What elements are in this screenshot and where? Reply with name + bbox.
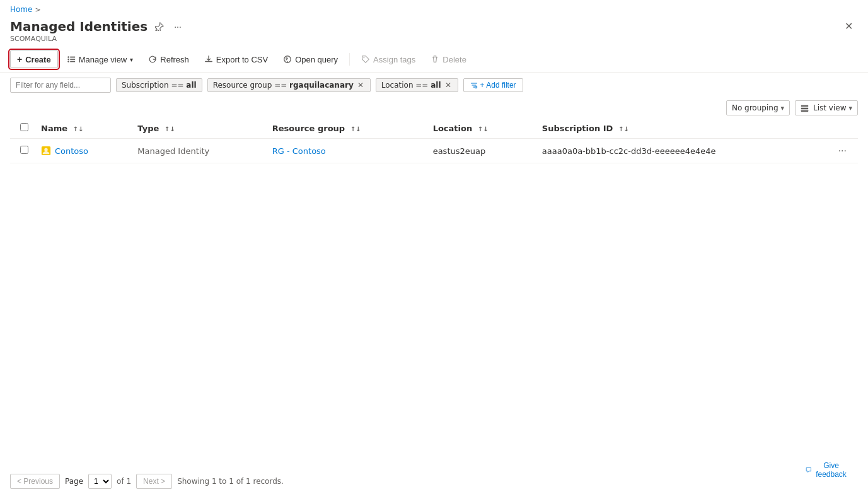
toolbar: + Create Manage view ▾ Refresh Export to… xyxy=(0,47,868,73)
delete-label: Delete xyxy=(443,55,466,64)
give-feedback-button[interactable]: Give feedback xyxy=(806,461,848,479)
manage-view-label: Manage view xyxy=(79,55,127,64)
table-header-row: Name ↑↓ Type ↑↓ Resource group ↑↓ Locati… xyxy=(10,118,858,139)
next-page-button[interactable]: Next > xyxy=(136,474,172,489)
svg-point-13 xyxy=(44,148,47,151)
page-title: Managed Identities xyxy=(10,19,148,34)
svg-rect-10 xyxy=(801,107,808,109)
export-csv-button[interactable]: Export to CSV xyxy=(198,52,274,68)
feedback-label: Give feedback xyxy=(814,461,848,479)
close-button[interactable]: ✕ xyxy=(840,18,858,35)
select-all-checkbox[interactable] xyxy=(20,123,28,131)
row-checkbox[interactable] xyxy=(20,146,28,154)
location-filter-label: Location == all xyxy=(381,81,441,90)
grouping-label: No grouping xyxy=(732,103,778,112)
open-query-label: Open query xyxy=(295,55,338,64)
table-header-actions xyxy=(827,118,858,139)
pin-icon xyxy=(155,22,164,31)
view-type-chevron-icon: ▾ xyxy=(848,104,852,112)
delete-button[interactable]: Delete xyxy=(424,52,473,68)
svg-point-4 xyxy=(67,61,69,62)
table-header-location[interactable]: Location ↑↓ xyxy=(425,118,535,139)
grouping-chevron-icon: ▾ xyxy=(781,104,785,112)
svg-rect-9 xyxy=(801,105,808,106)
assign-tags-icon xyxy=(361,55,370,64)
svg-rect-1 xyxy=(70,57,75,58)
location-sort-icon: ↑↓ xyxy=(478,126,489,132)
create-button[interactable]: + Create xyxy=(10,50,58,68)
add-filter-icon xyxy=(470,81,478,89)
view-type-dropdown[interactable]: List view ▾ xyxy=(795,100,858,115)
next-label: Next > xyxy=(143,477,165,486)
breadcrumb-home[interactable]: Home xyxy=(10,5,32,14)
refresh-button[interactable]: Refresh xyxy=(142,52,195,68)
manage-view-button[interactable]: Manage view ▾ xyxy=(61,52,140,68)
assign-tags-button[interactable]: Assign tags xyxy=(355,52,422,68)
pin-button[interactable] xyxy=(153,21,166,32)
subscription-id-sort-icon: ↑↓ xyxy=(618,126,629,132)
view-type-label: List view xyxy=(813,103,846,112)
chevron-down-icon: ▾ xyxy=(130,56,133,63)
svg-rect-5 xyxy=(70,61,75,62)
resource-group-filter-label: Resource group == rgaquilacanary xyxy=(213,81,354,90)
svg-rect-3 xyxy=(70,59,75,60)
page-header: Managed Identities ··· ✕ xyxy=(0,15,868,35)
assign-tags-label: Assign tags xyxy=(373,55,415,64)
export-csv-label: Export to CSV xyxy=(216,55,268,64)
table-header-checkbox-cell xyxy=(10,118,33,139)
resource-group-filter-remove[interactable]: ✕ xyxy=(356,81,365,89)
delete-icon xyxy=(431,55,439,64)
row-type-cell: Managed Identity xyxy=(130,139,264,163)
row-actions-cell: ··· xyxy=(827,139,858,163)
resource-group-link[interactable]: RG - Contoso xyxy=(272,146,326,156)
table-row: Contoso Managed Identity RG - Contoso ea… xyxy=(10,139,858,163)
more-options-button[interactable]: ··· xyxy=(171,20,184,33)
breadcrumb-separator: > xyxy=(35,6,40,14)
of-label: of 1 xyxy=(117,477,131,486)
open-query-button[interactable]: Open query xyxy=(277,52,344,68)
subscription-filter-label: Subscription == all xyxy=(122,81,197,90)
row-more-button[interactable]: ··· xyxy=(835,144,850,158)
view-controls: No grouping ▾ List view ▾ xyxy=(0,98,868,118)
location-filter-remove[interactable]: ✕ xyxy=(444,81,453,89)
previous-page-button[interactable]: < Previous xyxy=(10,474,60,489)
add-filter-button[interactable]: + Add filter xyxy=(463,78,523,92)
open-query-icon xyxy=(283,55,292,64)
showing-text: Showing 1 to 1 of 1 records. xyxy=(177,477,284,486)
toolbar-divider xyxy=(349,53,350,66)
managed-identity-icon xyxy=(41,146,51,156)
name-sort-icon: ↑↓ xyxy=(73,126,84,132)
resource-group-sort-icon: ↑↓ xyxy=(350,126,361,132)
filter-input[interactable] xyxy=(10,78,111,93)
create-label: Create xyxy=(25,55,50,64)
page-select[interactable]: 1 xyxy=(88,474,112,489)
page-label: Page xyxy=(65,477,83,486)
table-header-type[interactable]: Type ↑↓ xyxy=(130,118,264,139)
svg-point-0 xyxy=(67,56,69,58)
manage-view-icon xyxy=(67,55,76,64)
previous-label: < Previous xyxy=(17,477,53,486)
export-csv-icon xyxy=(204,55,213,64)
pagination: < Previous Page 1 of 1 Next > Showing 1 … xyxy=(10,474,284,489)
grouping-dropdown[interactable]: No grouping ▾ xyxy=(726,100,790,115)
svg-rect-11 xyxy=(801,110,808,111)
add-filter-label: + Add filter xyxy=(480,81,516,90)
svg-point-2 xyxy=(67,59,69,61)
type-sort-icon: ↑↓ xyxy=(165,126,175,132)
filter-bar: Subscription == all Resource group == rg… xyxy=(0,73,868,98)
more-dots-icon: ··· xyxy=(174,21,182,32)
feedback-icon xyxy=(806,466,812,474)
list-view-icon xyxy=(801,104,809,112)
page-subtitle: SCOMAQUILA xyxy=(0,35,868,47)
row-resource-group-cell: RG - Contoso xyxy=(265,139,425,163)
table-header-name[interactable]: Name ↑↓ xyxy=(33,118,130,139)
row-subscription-id-cell: aaaa0a0a-bb1b-cc2c-dd3d-eeeeee4e4e4e xyxy=(535,139,827,163)
table-header-subscription-id[interactable]: Subscription ID ↑↓ xyxy=(535,118,827,139)
table-header-resource-group[interactable]: Resource group ↑↓ xyxy=(265,118,425,139)
close-icon: ✕ xyxy=(845,21,853,32)
refresh-label: Refresh xyxy=(160,55,189,64)
row-location-cell: eastus2euap xyxy=(425,139,535,163)
table-container: Name ↑↓ Type ↑↓ Resource group ↑↓ Locati… xyxy=(0,118,868,163)
row-checkbox-cell xyxy=(10,139,33,163)
resource-name-link[interactable]: Contoso xyxy=(55,146,88,156)
